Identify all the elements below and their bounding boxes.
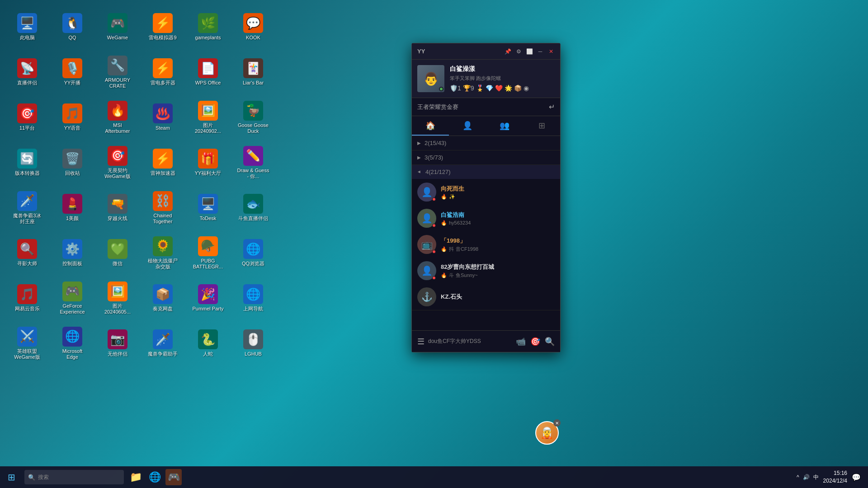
taskbar-start-button[interactable]: ⊞ (0, 466, 23, 488)
desktop-icon-leidianduo[interactable]: ⚡雷电多开器 (145, 54, 181, 90)
desktop-icon-lghub[interactable]: 🖱️LGHUB (235, 325, 271, 361)
desktop-icon-msedge[interactable]: 🌐Microsoft Edge (54, 325, 90, 361)
desktop-icon-pc[interactable]: 🖥️此电脑 (9, 9, 45, 45)
yy-nav-tab-grid[interactable]: ⊞ (523, 116, 560, 136)
yy-nav-tabs: 🏠 👤 👥 ⊞ (412, 116, 560, 136)
member-item-5[interactable]: ⚓ KZ.石头 (412, 284, 560, 310)
desktop-icon-gameplants[interactable]: 🌿gameplants (190, 9, 226, 45)
desktop-icon-douyu[interactable]: 🐟斗鱼直播伴侣 (235, 190, 271, 226)
taskbar-volume-icon[interactable]: 🔊 (803, 474, 810, 480)
desktop-icon-goose[interactable]: 🦆Goose Goose Duck (235, 99, 271, 136)
yy-channel-list[interactable]: ▶ 2(15/43) ▶ 3(5/73) ▼ 4(21/127) 👤 (412, 136, 560, 330)
member-item-4[interactable]: 👤 82岁曹向东想打百城 🔥 斗 鱼Sunny~ (412, 258, 560, 284)
desktop-icon-wps[interactable]: 📄WPS Office (190, 54, 226, 90)
member-extra-3: 音CF1998 (456, 246, 478, 253)
desktop-icon-zhiwu[interactable]: 🌻植物大战僵尸 杂交版 (145, 235, 181, 271)
taskbar-expand-tray[interactable]: ^ (797, 474, 799, 480)
desktop-icon-renshe[interactable]: 🐍人蛇 (190, 325, 226, 361)
yy-record-icon[interactable]: 🎯 (530, 337, 540, 347)
yy-search-enter-icon[interactable]: ↵ (549, 103, 555, 111)
yy-nav-tab-person[interactable]: 👤 (449, 116, 486, 136)
yy-avatar[interactable]: 👨 (417, 65, 444, 92)
channel-group-2-header[interactable]: ▶ 2(15/43) (412, 136, 560, 150)
desktop-icon-qqbrowser[interactable]: 🌐QQ浏览器 (235, 235, 271, 271)
yy-btn-close[interactable]: ✕ (547, 48, 555, 55)
desktop-icon-yyyu[interactable]: 🎵YY语音 (54, 99, 90, 136)
yy-video-icon[interactable]: 📹 (516, 337, 526, 347)
desktop-icon-bibenzhuan[interactable]: 🔄版本转换器 (9, 145, 45, 181)
desktop-icon-leidianzimoji9[interactable]: ⚡雷电模拟器9 (145, 9, 181, 45)
taskbar-right-section: ^ 🔊 中 15:16 2024/12/4 💬 (797, 469, 868, 485)
yy-btn-settings[interactable]: ⚙ (515, 48, 522, 55)
desktop-icon-steam[interactable]: ♨️Steam (145, 99, 181, 136)
yy-menu-icon[interactable]: ☰ (417, 337, 425, 347)
taskbar-search[interactable]: 🔍 搜索 (24, 470, 124, 484)
desktop-icon-leijiasuqi[interactable]: ⚡雷神加速器 (145, 145, 181, 181)
member-item-3[interactable]: 📺 「1998」 🔥 抖 音CF1998 (412, 231, 560, 258)
desktop-icon-img-kongzhimianban: ⚙️ (62, 239, 82, 259)
desktop-icon-kook[interactable]: 💬KOOK (235, 9, 271, 45)
yy-search-icon[interactable]: 🔍 (545, 337, 555, 347)
desktop-icon-img-drawguess: ✏️ (243, 146, 263, 166)
desktop-icon-yinglian[interactable]: ⚔️英雄联盟 WeGame版 (9, 325, 45, 361)
desktop-icon-drawguess[interactable]: ✏️Draw & Guess - 你... (235, 145, 271, 181)
desktop-icon-pic1[interactable]: 🖼️图片 20240902... (190, 99, 226, 136)
desktop-icon-moba[interactable]: 🗡️魔兽争霸3冰封王座 (9, 190, 45, 226)
desktop-icon-mobazshu[interactable]: 🗡️魔兽争霸助手 (145, 325, 181, 361)
desktop-icon-yy-kaibo[interactable]: 🎙️YY开播 (54, 54, 90, 90)
yy-search-input[interactable] (417, 103, 545, 110)
desktop-icon-liarsbar[interactable]: 🃏Liar's Bar (235, 54, 271, 90)
desktop-icon-zhibo[interactable]: 📡直播伴侣 (9, 54, 45, 90)
taskbar-icon-edge[interactable]: 🌐 (146, 469, 163, 485)
desktop-icon-yyfuli[interactable]: 🎁YY福利大厅 (190, 145, 226, 181)
member-item-2[interactable]: 👤 白鲨浩南 🔥 hy563234 (412, 205, 560, 231)
desktop-icon-img-11pt: 🎯 (17, 103, 37, 123)
desktop-icon-pummel[interactable]: 🎉Pummel Party (190, 280, 226, 316)
channel-group-3-header[interactable]: ▶ 3(5/73) (412, 150, 560, 164)
taskbar-icon-game[interactable]: 🎮 (165, 469, 182, 485)
taskbar-ime-indicator[interactable]: 中 (813, 474, 819, 481)
desktop-icon-11pt[interactable]: 🎯11平台 (9, 99, 45, 136)
desktop-icon-pubg[interactable]: 🪖PUBG BATTLEGR... (190, 235, 226, 271)
channel-group-4-header[interactable]: ▼ 4(21/127) (412, 165, 560, 179)
desktop-icon-wuqiu[interactable]: 📷无他伴侣 (99, 325, 136, 361)
desktop-icon-wexin[interactable]: 💚微信 (99, 235, 136, 271)
desktop-icon-img-msi: 🔥 (108, 101, 127, 121)
desktop-icon-shanwang[interactable]: 🌐上网导航 (235, 280, 271, 316)
desktop-icon-chuanyuehuo[interactable]: 🔫穿越火线 (99, 190, 136, 226)
desktop-icon-wangyi[interactable]: 🎵网易云音乐 (9, 280, 45, 316)
desktop-icon-huishouzhan[interactable]: 🗑️回收站 (54, 145, 90, 181)
desktop-icon-xunying[interactable]: 🔍寻影大师 (9, 235, 45, 271)
member-item-1[interactable]: 👤 向死而生 🔥 ✨ (412, 179, 560, 205)
yy-btn-pin[interactable]: 📌 (504, 48, 511, 55)
yy-btn-minimize[interactable]: ─ (537, 48, 544, 55)
desktop-icon-chained[interactable]: ⛓️Chained Together (145, 190, 181, 226)
desktop-icon-pic2[interactable]: 🖼️图片 20240605... (99, 280, 136, 316)
desktop-icon-wegame[interactable]: 🎮WeGame (99, 9, 136, 45)
yy-nav-tab-home[interactable]: 🏠 (412, 116, 449, 136)
desktop-icon-yimeirong[interactable]: 💄1美颜 (54, 190, 90, 226)
taskbar-notification-icon[interactable]: 💬 (852, 473, 861, 482)
member-fire-4: 🔥 (441, 272, 447, 278)
yy-nav-tab-people[interactable]: 👥 (486, 116, 523, 136)
floating-avatar-close[interactable]: ✕ (553, 419, 561, 427)
desktop-icon-msi[interactable]: 🔥MSI Afterburner (99, 99, 136, 136)
desktop-icon-geforce[interactable]: 🎮GeForce Experience (54, 280, 90, 316)
member-info-2: 白鲨浩南 🔥 hy563234 (441, 211, 555, 226)
yy-bottom-input[interactable] (428, 338, 512, 345)
desktop-icon-kongzhimianban[interactable]: ⚙️控制面板 (54, 235, 90, 271)
yy-btn-maximize[interactable]: ⬜ (526, 48, 533, 55)
member-platform-4: 斗 (449, 272, 454, 279)
desktop-icon-qq[interactable]: 🐧QQ (54, 9, 90, 45)
desktop-icon-zuanke[interactable]: 📦奏克网盘 (145, 280, 181, 316)
desktop-icon-armoury[interactable]: 🔧ARMOURY CRATE (99, 54, 136, 90)
desktop-icon-todesk[interactable]: 🖥️ToDesk (190, 190, 226, 226)
taskbar-icon-file-explorer[interactable]: 📁 (127, 469, 144, 485)
member-sub-2: 🔥 hy563234 (441, 220, 555, 226)
taskbar-systray: ^ 🔊 中 (797, 474, 819, 481)
desktop-icon-img-gameplants: 🌿 (198, 13, 218, 33)
floating-avatar[interactable]: 🧝 ✕ (535, 421, 559, 445)
desktop-icon-wuqianqiyue[interactable]: 🎯无畏契约 WeGame版 (99, 145, 136, 181)
member-fire-2: 🔥 (441, 220, 447, 226)
member-fire-1: 🔥 (441, 194, 447, 200)
